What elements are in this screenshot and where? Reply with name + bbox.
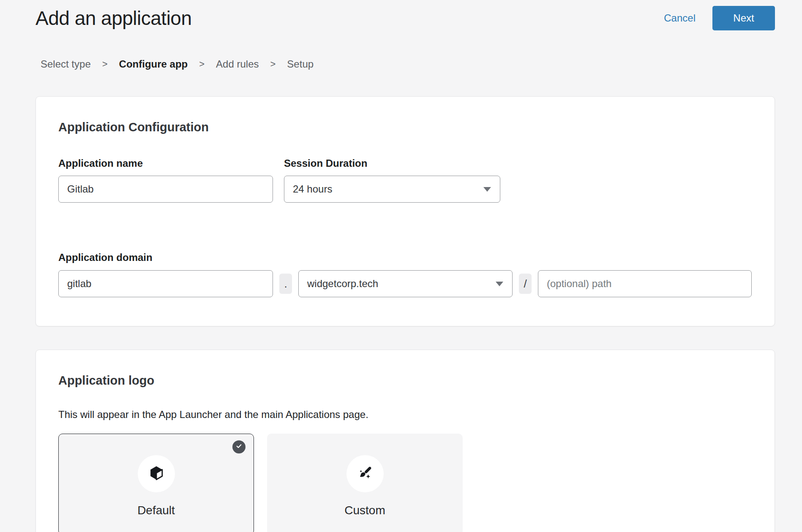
application-name-input[interactable] bbox=[58, 176, 273, 203]
breadcrumb-step-add-rules[interactable]: Add rules bbox=[216, 58, 259, 70]
dot-separator: . bbox=[279, 274, 292, 294]
paintbrush-icon bbox=[357, 464, 374, 483]
configuration-card-title: Application Configuration bbox=[58, 120, 752, 134]
session-duration-label: Session Duration bbox=[284, 157, 500, 169]
breadcrumb-separator: > bbox=[102, 59, 108, 70]
check-icon bbox=[235, 442, 243, 451]
caret-down-icon bbox=[496, 282, 503, 286]
subdomain-input[interactable] bbox=[58, 270, 273, 297]
breadcrumb-step-select-type[interactable]: Select type bbox=[41, 58, 91, 70]
selected-check-badge bbox=[232, 440, 246, 453]
domain-select-value: widgetcorp.tech bbox=[307, 278, 378, 290]
default-logo-preview bbox=[138, 455, 175, 492]
slash-separator: / bbox=[519, 274, 532, 294]
logo-option-label: Default bbox=[59, 504, 254, 517]
cancel-button[interactable]: Cancel bbox=[664, 12, 696, 24]
breadcrumb-separator: > bbox=[270, 59, 276, 70]
custom-logo-preview bbox=[346, 455, 384, 492]
logo-option-row: Default Custom bbox=[58, 434, 752, 532]
breadcrumb-separator: > bbox=[199, 59, 205, 70]
application-configuration-card: Application Configuration Application na… bbox=[35, 96, 775, 326]
logo-card-description: This will appear in the App Launcher and… bbox=[58, 409, 752, 421]
caret-down-icon bbox=[483, 187, 491, 192]
page-header: Add an application Cancel Next bbox=[35, 0, 775, 30]
breadcrumb-step-configure-app[interactable]: Configure app bbox=[119, 58, 188, 70]
session-duration-select[interactable]: 24 hours bbox=[284, 176, 500, 203]
path-input[interactable] bbox=[538, 270, 752, 297]
application-domain-row: . widgetcorp.tech / bbox=[58, 270, 752, 297]
application-name-label: Application name bbox=[58, 157, 273, 169]
application-domain-label: Application domain bbox=[58, 252, 752, 263]
next-button[interactable]: Next bbox=[712, 6, 775, 30]
domain-select[interactable]: widgetcorp.tech bbox=[298, 270, 513, 297]
breadcrumb-step-setup[interactable]: Setup bbox=[287, 58, 314, 70]
page-title: Add an application bbox=[35, 7, 192, 30]
logo-option-default[interactable]: Default bbox=[58, 434, 254, 532]
logo-option-custom[interactable]: Custom bbox=[267, 434, 463, 532]
logo-card-title: Application logo bbox=[58, 374, 752, 388]
logo-option-label: Custom bbox=[267, 504, 462, 517]
cube-icon bbox=[148, 464, 165, 483]
session-duration-value: 24 hours bbox=[293, 183, 332, 195]
header-actions: Cancel Next bbox=[664, 6, 775, 30]
breadcrumb: Select type > Configure app > Add rules … bbox=[41, 58, 775, 70]
application-logo-card: Application logo This will appear in the… bbox=[35, 350, 775, 532]
